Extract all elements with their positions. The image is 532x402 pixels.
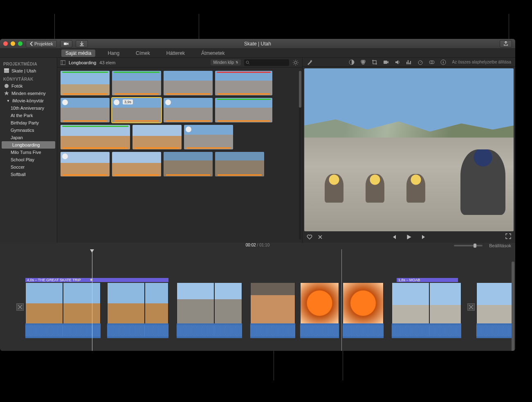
clip-thumbnail[interactable] — [112, 71, 161, 95]
event-item[interactable]: 10th Anniversary — [0, 104, 57, 112]
video-clip[interactable] — [25, 283, 103, 338]
clip-filter-icon[interactable] — [429, 59, 435, 65]
media-import-button[interactable] — [60, 40, 72, 47]
zoom-slider[interactable] — [454, 245, 483, 246]
video-clip[interactable] — [177, 283, 242, 338]
event-item[interactable]: School Play — [0, 156, 57, 163]
reset-all-label[interactable]: Az összes alaphelyzetbe állítása — [452, 60, 511, 64]
noise-reduction-icon[interactable] — [406, 59, 412, 65]
event-label: 10th Anniversary — [11, 106, 44, 111]
timeline-settings-button[interactable]: Beállítások — [489, 243, 511, 248]
callout-line — [343, 351, 343, 380]
transition-icon[interactable] — [467, 303, 475, 311]
event-label: School Play — [11, 157, 34, 162]
reject-icon[interactable] — [317, 234, 323, 240]
clip-thumbnail[interactable] — [215, 98, 272, 122]
clip-thumbnail[interactable] — [61, 71, 110, 95]
clip-thumbnail[interactable] — [61, 125, 130, 149]
prev-icon[interactable] — [391, 234, 397, 240]
video-clip[interactable] — [107, 283, 168, 338]
tab-titles[interactable]: Címek — [132, 50, 154, 57]
title-clip[interactable]: 1,8s – MOAB — [397, 278, 458, 282]
fullscreen-icon[interactable] — [505, 233, 511, 239]
transition-icon[interactable] — [16, 303, 24, 311]
titlebar: Projektek Skate | Utah — [0, 39, 515, 49]
timeline-v-scrollbar[interactable] — [512, 262, 514, 351]
tab-my-media[interactable]: Saját média — [61, 50, 95, 57]
all-events-item[interactable]: Minden esemény — [0, 90, 57, 97]
project-item[interactable]: Skate | Utah — [0, 67, 57, 75]
preview-viewer[interactable] — [304, 68, 514, 231]
info-icon[interactable] — [440, 59, 446, 65]
event-item[interactable]: Softball — [0, 171, 57, 178]
event-item-selected[interactable]: Longboarding — [2, 141, 55, 149]
clip-duration-badge: 3,9s — [123, 99, 133, 104]
projects-back-button[interactable]: Projektek — [26, 40, 57, 47]
clip-thumbnail[interactable] — [61, 152, 110, 176]
clip-thumbnail[interactable] — [61, 98, 110, 122]
clip-thumbnail[interactable] — [112, 152, 161, 176]
analyzing-spinner-icon — [165, 99, 171, 105]
clip-thumbnail[interactable] — [164, 152, 213, 176]
video-clip[interactable] — [250, 283, 295, 338]
event-item[interactable]: Milo Turns Five — [0, 149, 57, 156]
play-icon[interactable] — [406, 234, 412, 240]
event-label: Milo Turns Five — [11, 150, 41, 155]
title-clip[interactable]: 4,0s – THE GREAT SKATE TRIP — [25, 278, 168, 282]
volume-icon[interactable] — [395, 59, 400, 65]
clip-thumbnail[interactable] — [164, 98, 213, 122]
close-window-button[interactable] — [3, 41, 8, 46]
analyzing-spinner-icon — [186, 126, 191, 132]
import-button[interactable] — [76, 40, 88, 47]
clip-thumbnail-selected[interactable]: 3,9s — [112, 98, 161, 122]
photos-icon — [4, 84, 9, 88]
content-tabs: Saját média Hang Címek Hátterek Átmenete… — [0, 49, 515, 58]
clip-filter-dropdown[interactable]: Minden klip ⇅ — [211, 59, 241, 65]
imovie-library-item[interactable]: ▼ iMovie-könyvtár — [0, 97, 57, 104]
clapper-icon — [4, 68, 9, 73]
favorite-icon[interactable] — [307, 234, 312, 240]
clip-thumbnail[interactable] — [184, 125, 233, 149]
photos-library-item[interactable]: Fotók — [0, 82, 57, 90]
clip-thumbnail[interactable] — [132, 125, 182, 149]
event-item[interactable]: Gymnastics — [0, 126, 57, 134]
timeline[interactable]: 4,0s – THE GREAT SKATE TRIP 1,8s – MOAB — [0, 249, 515, 351]
sidebar-toggle-icon[interactable] — [61, 60, 65, 65]
next-icon[interactable] — [421, 234, 427, 240]
svg-point-3 — [4, 84, 9, 88]
speed-icon[interactable] — [418, 59, 423, 65]
crop-icon[interactable] — [372, 59, 377, 65]
share-button[interactable] — [500, 40, 512, 47]
video-clip[interactable] — [300, 283, 339, 338]
minimize-window-button[interactable] — [11, 41, 15, 46]
color-correction-icon[interactable] — [360, 59, 366, 65]
preview-content — [460, 149, 505, 215]
event-item[interactable]: At the Park — [0, 112, 57, 119]
tab-transitions[interactable]: Átmenetek — [197, 50, 229, 57]
clip-thumbnail[interactable] — [215, 71, 272, 95]
all-events-label: Minden esemény — [11, 91, 46, 96]
browser-scrollbar[interactable] — [299, 71, 301, 239]
zoom-window-button[interactable] — [18, 41, 22, 46]
event-label: Longboarding — [12, 142, 40, 147]
gear-icon[interactable] — [292, 59, 299, 66]
search-input[interactable] — [244, 59, 289, 66]
event-item[interactable]: Japan — [0, 134, 57, 141]
video-clip[interactable] — [343, 283, 384, 338]
event-item[interactable]: Soccer — [0, 163, 57, 171]
clip-thumbnail[interactable] — [164, 71, 213, 95]
clip-thumbnail[interactable] — [215, 152, 264, 176]
tab-audio[interactable]: Hang — [103, 50, 123, 57]
title-clip-label: 1,8s – MOAB — [398, 278, 420, 282]
event-label: Softball — [11, 172, 26, 177]
tab-backgrounds[interactable]: Hátterek — [162, 50, 189, 57]
stabilization-icon[interactable] — [383, 59, 389, 65]
color-balance-icon[interactable] — [349, 59, 355, 65]
analyzing-spinner-icon — [62, 99, 68, 105]
video-clip[interactable] — [392, 283, 461, 338]
playhead[interactable] — [92, 249, 92, 351]
search-icon — [246, 61, 250, 65]
video-clip[interactable] — [476, 283, 513, 338]
event-item[interactable]: Birthday Party — [0, 119, 57, 126]
magic-wand-icon[interactable] — [307, 59, 312, 65]
